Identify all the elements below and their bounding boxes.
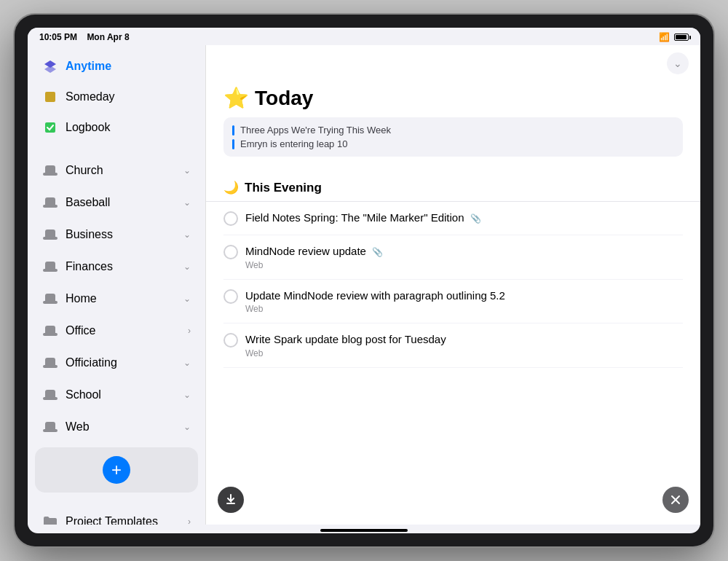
task-title-3: Update MindNode review with paragraph ou…	[245, 289, 683, 303]
someday-icon	[42, 89, 58, 105]
logbook-label: Logbook	[66, 121, 191, 134]
sidebar-group-header-church[interactable]: Church ⌄	[31, 154, 202, 187]
task-checkbox-2[interactable]	[223, 245, 238, 259]
reminder-dot-1	[232, 125, 234, 136]
office-label: Office	[66, 324, 188, 337]
sidebar-group-header-finances[interactable]: Finances ⌄	[31, 251, 202, 283]
hat-icon-business	[42, 227, 58, 243]
task-list: Field Notes Spring: The "Mile Marker" Ed…	[206, 202, 700, 368]
moon-icon: 🌙	[223, 180, 239, 195]
task-checkbox-3[interactable]	[223, 289, 238, 304]
someday-label: Someday	[66, 90, 191, 103]
project-templates-label: Project Templates	[66, 515, 188, 525]
chevron-down-icon-baseball: ⌄	[183, 197, 191, 208]
task-title-2: MindNode review update 📎	[245, 244, 683, 259]
main-content: Anytime Someday	[28, 45, 700, 525]
sidebar-group-header-school[interactable]: School ⌄	[31, 379, 202, 411]
hat-icon-church	[42, 162, 58, 178]
sidebar-item-someday[interactable]: Someday	[31, 82, 202, 112]
sidebar-group-header-business[interactable]: Business ⌄	[31, 219, 202, 251]
time-display: 10:05 PM	[39, 32, 77, 42]
sidebar-group-web: Web ⌄	[28, 411, 205, 443]
sidebar-group-home: Home ⌄	[28, 283, 205, 315]
sidebar-group-header-web[interactable]: Web ⌄	[31, 411, 202, 443]
today-title-text: Today	[255, 87, 313, 110]
sidebar-group-project-templates: Project Templates ›	[28, 506, 205, 525]
officiating-label: Officiating	[66, 356, 183, 369]
sidebar[interactable]: Anytime Someday	[28, 45, 206, 525]
status-bar: 10:05 PM Mon Apr 8 📶	[28, 28, 700, 45]
reminder-item-1: Three Apps We're Trying This Week	[232, 123, 674, 137]
this-evening-header: 🌙 This Evening	[206, 174, 700, 202]
attachment-icon-2: 📎	[372, 247, 383, 257]
reminder-text-2: Emryn is entering leap 10	[240, 138, 347, 149]
task-content-4: Write Spark update blog post for Tuesday…	[245, 332, 683, 358]
date-display: Mon Apr 8	[87, 32, 129, 42]
today-title: ⭐ Today	[223, 86, 683, 110]
task-content-2: MindNode review update 📎 Web	[245, 244, 683, 270]
sidebar-group-header-officiating[interactable]: Officiating ⌄	[31, 347, 202, 379]
finances-label: Finances	[66, 260, 183, 273]
collapse-button[interactable]: ⌄	[667, 52, 689, 74]
school-label: School	[66, 388, 183, 401]
svg-rect-4	[226, 503, 235, 504]
task-item-4: Write Spark update blog post for Tuesday…	[223, 323, 683, 368]
today-section: ⭐ Today Three Apps We're Trying This Wee…	[206, 74, 700, 174]
home-label: Home	[66, 292, 183, 305]
business-label: Business	[66, 228, 183, 241]
sidebar-group-church: Church ⌄	[28, 154, 205, 187]
chevron-down-icon-school: ⌄	[183, 390, 191, 400]
layers-icon	[42, 58, 58, 74]
sidebar-group-header-project-templates[interactable]: Project Templates ›	[31, 506, 202, 525]
sidebar-top-items: Anytime Someday	[28, 45, 205, 146]
church-label: Church	[66, 164, 183, 177]
close-button[interactable]	[662, 487, 689, 513]
svg-rect-2	[45, 92, 55, 102]
reminder-text-1: Three Apps We're Trying This Week	[240, 125, 391, 136]
status-time: 10:05 PM Mon Apr 8	[39, 32, 130, 42]
sidebar-group-header-office[interactable]: Office ›	[31, 315, 202, 347]
sidebar-group-header-home[interactable]: Home ⌄	[31, 283, 202, 315]
battery-icon	[674, 34, 689, 41]
task-title-1: Field Notes Spring: The "Mile Marker" Ed…	[245, 211, 683, 225]
reminder-item-2: Emryn is entering leap 10	[232, 137, 674, 151]
sidebar-item-anytime[interactable]: Anytime	[31, 51, 202, 82]
today-reminders: Three Apps We're Trying This Week Emryn …	[223, 117, 683, 157]
task-checkbox-4[interactable]	[223, 333, 238, 348]
sidebar-group-finances: Finances ⌄	[28, 251, 205, 283]
sidebar-item-logbook[interactable]: Logbook	[31, 112, 202, 143]
hat-icon-officiating	[42, 355, 58, 371]
task-item-1: Field Notes Spring: The "Mile Marker" Ed…	[223, 202, 683, 235]
hat-icon-home	[42, 291, 58, 307]
task-title-text-1: Field Notes Spring: The "Mile Marker" Ed…	[245, 211, 464, 224]
logbook-icon	[42, 119, 58, 136]
sidebar-group-business: Business ⌄	[28, 219, 205, 251]
ipad-frame: 10:05 PM Mon Apr 8 📶	[15, 15, 713, 546]
hat-icon-finances	[42, 259, 58, 275]
task-title-text-2: MindNode review update	[245, 245, 366, 257]
sidebar-group-school: School ⌄	[28, 379, 205, 411]
task-subtitle-2: Web	[245, 260, 683, 270]
task-item-3: Update MindNode review with paragraph ou…	[223, 280, 683, 324]
download-button[interactable]	[218, 487, 244, 513]
task-subtitle-3: Web	[245, 304, 683, 314]
reminder-dot-2	[232, 139, 234, 149]
plus-icon: +	[103, 456, 130, 484]
chevron-down-icon-officiating: ⌄	[183, 358, 191, 368]
chevron-down-icon-church: ⌄	[183, 165, 191, 176]
chevron-right-icon-office: ›	[188, 326, 191, 336]
bottom-toolbar	[206, 487, 700, 513]
task-title-4: Write Spark update blog post for Tuesday	[245, 332, 683, 347]
hat-icon-web	[42, 419, 58, 435]
hat-icon-office	[42, 323, 58, 339]
main-header: ⌄	[206, 45, 700, 74]
task-checkbox-1[interactable]	[223, 211, 238, 226]
status-bar-right: 📶	[659, 32, 689, 42]
task-content-1: Field Notes Spring: The "Mile Marker" Ed…	[245, 211, 683, 225]
chevron-down-icon-home: ⌄	[183, 294, 191, 304]
sidebar-group-header-baseball[interactable]: Baseball ⌄	[31, 187, 202, 219]
anytime-label: Anytime	[66, 60, 191, 73]
add-list-button[interactable]: +	[35, 447, 198, 493]
svg-marker-1	[44, 66, 56, 73]
chevron-right-icon-project-templates: ›	[188, 517, 191, 525]
